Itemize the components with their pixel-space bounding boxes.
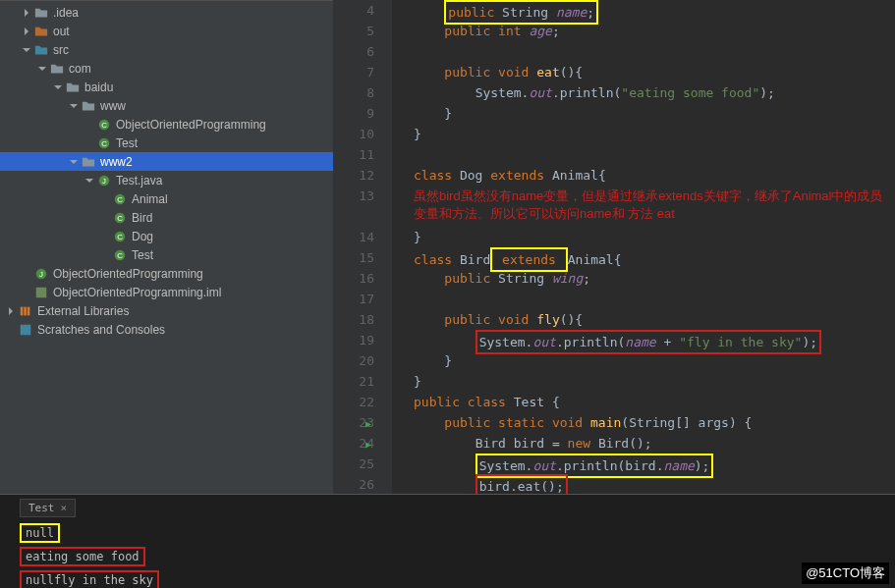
folder-icon bbox=[81, 98, 96, 114]
svg-text:C: C bbox=[117, 194, 123, 203]
svg-text:C: C bbox=[101, 138, 107, 147]
tree-label: baidu bbox=[84, 80, 113, 94]
lib-icon bbox=[18, 303, 33, 319]
line-number: 5 bbox=[333, 21, 374, 41]
arrow-spacer bbox=[4, 323, 18, 337]
tree-item-animal[interactable]: CAnimal bbox=[0, 189, 333, 208]
folder-icon bbox=[49, 61, 65, 77]
chevron-down-icon[interactable] bbox=[51, 80, 65, 94]
chevron-right-icon[interactable] bbox=[20, 25, 33, 38]
scratch-icon bbox=[18, 322, 33, 338]
tree-label: www2 bbox=[100, 155, 133, 169]
tree-item-www2[interactable]: www2 bbox=[0, 152, 333, 171]
tree-label: src bbox=[53, 43, 69, 57]
arrow-spacer bbox=[98, 248, 112, 262]
arrow-spacer bbox=[98, 230, 112, 243]
svg-text:C: C bbox=[101, 120, 107, 129]
code-area[interactable]: public String name; public int age; publ… bbox=[392, 0, 895, 494]
tree-item-baidu[interactable]: baidu bbox=[0, 78, 333, 96]
code-editor: 4567891011121314151617181920212223▶24▶25… bbox=[333, 0, 895, 494]
line-number: 22 bbox=[333, 392, 374, 412]
tree-label: ObjectOrientedProgramming.iml bbox=[53, 286, 221, 299]
tree-item-test[interactable]: CTest bbox=[0, 134, 333, 152]
java-icon: J bbox=[96, 173, 112, 188]
tree-item-external-libraries[interactable]: External Libraries bbox=[0, 301, 333, 320]
tree-item-bird[interactable]: CBird bbox=[0, 208, 333, 227]
class-icon: C bbox=[112, 229, 128, 244]
line-number: 25 bbox=[333, 454, 374, 474]
close-icon[interactable]: × bbox=[61, 502, 68, 514]
folder-src-icon bbox=[33, 42, 49, 58]
svg-rect-19 bbox=[28, 306, 30, 315]
tree-label: Animal bbox=[132, 192, 168, 206]
tree-label: Scratches and Consoles bbox=[37, 323, 165, 337]
line-number: 23▶ bbox=[333, 412, 374, 433]
line-number: 16 bbox=[333, 268, 374, 289]
chevron-right-icon[interactable] bbox=[4, 304, 18, 318]
chevron-down-icon[interactable] bbox=[20, 43, 33, 57]
class-icon: C bbox=[112, 191, 128, 207]
line-number: 9 bbox=[333, 103, 374, 124]
terminal-tab[interactable]: Test × bbox=[20, 499, 76, 517]
folder-icon bbox=[81, 154, 96, 170]
tree-item-out[interactable]: out bbox=[0, 22, 333, 40]
tree-item-dog[interactable]: CDog bbox=[0, 227, 333, 245]
line-number: 14 bbox=[333, 227, 374, 247]
run-gutter-icon[interactable]: ▶ bbox=[365, 412, 371, 433]
tree-item-objectorientedprogramming[interactable]: CObjectOrientedProgramming bbox=[0, 115, 333, 134]
tree-item-test-java[interactable]: JTest.java bbox=[0, 171, 333, 189]
arrow-spacer bbox=[83, 136, 96, 150]
ide-main: .ideaoutsrccombaiduwwwCObjectOrientedPro… bbox=[0, 0, 895, 494]
arrow-spacer bbox=[83, 118, 96, 132]
tree-item-objectorientedprogramming[interactable]: JObjectOrientedProgramming bbox=[0, 264, 333, 283]
line-number: 6 bbox=[333, 41, 374, 62]
tree-item-com[interactable]: com bbox=[0, 59, 333, 78]
line-number: 21 bbox=[333, 371, 374, 392]
terminal-tab-label: Test bbox=[28, 502, 55, 514]
tree-item-scratches-and-consoles[interactable]: Scratches and Consoles bbox=[0, 320, 333, 339]
tree-label: www bbox=[100, 99, 126, 113]
chevron-right-icon[interactable] bbox=[20, 6, 33, 20]
arrow-spacer bbox=[20, 286, 33, 299]
class-icon: C bbox=[112, 247, 128, 263]
line-number: 20 bbox=[333, 350, 374, 371]
tree-item-www[interactable]: www bbox=[0, 96, 333, 115]
tree-label: Test bbox=[132, 248, 153, 262]
tree-item-objectorientedprogramming-iml[interactable]: ObjectOrientedProgramming.iml bbox=[0, 283, 333, 301]
line-number: 18 bbox=[333, 309, 374, 330]
svg-rect-20 bbox=[21, 324, 31, 335]
tree-label: External Libraries bbox=[37, 304, 129, 318]
arrow-spacer bbox=[98, 192, 112, 206]
tree-label: Test bbox=[116, 136, 138, 150]
line-number: 8 bbox=[333, 82, 374, 103]
svg-text:C: C bbox=[117, 250, 123, 259]
tree-label: com bbox=[69, 62, 91, 76]
tree-item-src[interactable]: src bbox=[0, 40, 333, 59]
svg-text:C: C bbox=[117, 232, 123, 241]
line-number: 12 bbox=[333, 165, 374, 186]
iml-icon bbox=[33, 285, 49, 300]
tree-label: Bird bbox=[132, 211, 152, 225]
chevron-down-icon[interactable] bbox=[67, 99, 81, 113]
folder-icon bbox=[65, 80, 81, 95]
chevron-down-icon[interactable] bbox=[83, 174, 96, 187]
chevron-down-icon[interactable] bbox=[35, 62, 49, 76]
tree-label: ObjectOrientedProgramming bbox=[116, 118, 266, 132]
watermark: @51CTO博客 bbox=[802, 562, 889, 584]
class-icon: C bbox=[112, 210, 128, 226]
tree-item--idea[interactable]: .idea bbox=[0, 3, 333, 22]
svg-rect-17 bbox=[21, 306, 24, 315]
arrow-spacer bbox=[20, 267, 33, 281]
tree-item-test[interactable]: CTest bbox=[0, 245, 333, 264]
term-output-1: null bbox=[20, 523, 60, 543]
svg-rect-18 bbox=[24, 306, 27, 315]
run-gutter-icon[interactable]: ▶ bbox=[365, 433, 371, 454]
chevron-down-icon[interactable] bbox=[67, 155, 81, 169]
svg-text:J: J bbox=[102, 176, 106, 185]
line-number: 11 bbox=[333, 144, 374, 165]
tree-label: ObjectOrientedProgramming bbox=[53, 267, 203, 281]
line-number: 26 bbox=[333, 474, 374, 495]
line-number: 10 bbox=[333, 124, 374, 144]
line-number: 13 bbox=[333, 186, 374, 227]
class-icon: C bbox=[96, 135, 112, 151]
